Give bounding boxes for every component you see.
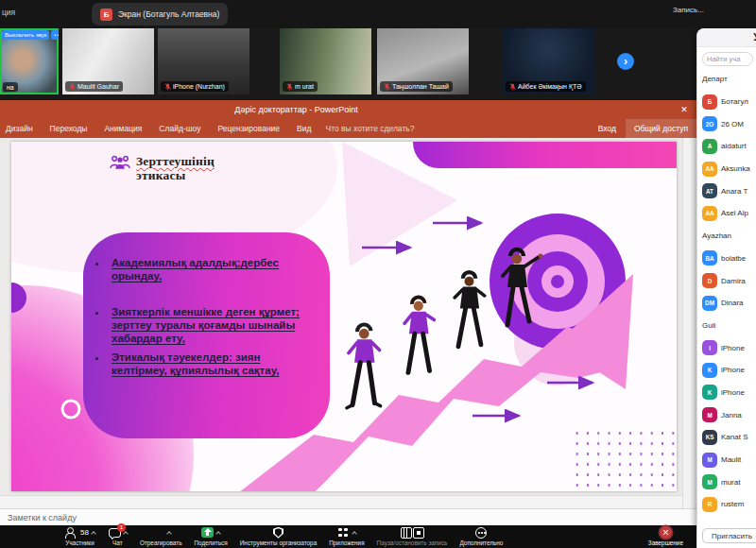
participant-row[interactable]: M Janna bbox=[697, 403, 756, 426]
video-tile[interactable]: Выключить звук ••• на bbox=[0, 28, 59, 94]
chevron-up-icon[interactable] bbox=[91, 531, 96, 537]
toolbar-button[interactable]: Поделиться bbox=[194, 527, 227, 547]
chevron-up-icon[interactable] bbox=[166, 531, 172, 537]
toolbar-icon bbox=[401, 527, 423, 539]
avatar: AT bbox=[702, 183, 717, 198]
participant-row[interactable]: Б Ботагул bbox=[697, 91, 756, 113]
video-tile[interactable]: Выключить звук ••• Maulit Gauhar bbox=[62, 28, 154, 94]
toolbar-icon bbox=[201, 527, 214, 538]
toolbar-icon bbox=[64, 527, 77, 539]
vertical-scrollbar[interactable] bbox=[682, 138, 696, 508]
chevron-up-icon[interactable] bbox=[123, 531, 129, 537]
video-tile[interactable]: Выключить звук ••• Таңшолпан Ташай bbox=[377, 28, 469, 94]
participant-row[interactable]: K iPhone bbox=[697, 382, 756, 404]
ribbon-options-icon[interactable] bbox=[598, 100, 623, 119]
participant-row[interactable]: M Maulit bbox=[697, 449, 756, 471]
toolbar-button[interactable]: Отреагировать bbox=[140, 527, 182, 547]
mute-toggle-button[interactable]: Выключить звук bbox=[2, 30, 49, 40]
menu-fragment: ция bbox=[2, 8, 15, 17]
ppt-window-title: Дәріс доктораттар - PowerPoint bbox=[0, 105, 593, 114]
tile-more-button[interactable]: ••• bbox=[51, 30, 59, 40]
restore-icon[interactable] bbox=[647, 100, 672, 119]
ribbon-tab[interactable]: Анимация bbox=[95, 119, 150, 138]
participant-list-name: Anara T bbox=[721, 187, 747, 196]
tell-me-box[interactable]: Что вы хотите сделать? bbox=[325, 124, 414, 133]
participant-row[interactable]: AA Aksunka bbox=[697, 158, 756, 180]
participant-name-tag: Maulit Gauhar bbox=[65, 81, 123, 92]
sign-in-button[interactable]: Вход bbox=[589, 124, 626, 133]
ribbon-tab[interactable]: Переходы bbox=[42, 119, 96, 138]
mic-muted-icon bbox=[384, 83, 390, 91]
video-tile[interactable]: Выключить звук ••• iPhone (Nurzhan) bbox=[158, 28, 249, 94]
participant-row[interactable]: 2О 26 ОМ bbox=[697, 112, 756, 135]
participant-list-name: Ayazhan bbox=[702, 231, 731, 240]
toolbar-label: Дополнительно bbox=[459, 539, 503, 546]
minimize-icon[interactable] bbox=[623, 100, 647, 119]
participant-row[interactable]: M murat bbox=[697, 471, 756, 493]
horizontal-scrollbar[interactable] bbox=[0, 495, 682, 508]
next-videos-button[interactable]: › bbox=[617, 53, 634, 70]
invite-button[interactable]: Пригласить bbox=[702, 528, 756, 543]
video-tile[interactable]: Выключить звук ••• Айбек Әкімақын ҚТӘ bbox=[503, 28, 594, 94]
video-tile[interactable]: Выключить звук ••• m urat bbox=[280, 28, 371, 94]
participant-search-box[interactable] bbox=[702, 52, 753, 66]
avatar: M bbox=[702, 407, 717, 422]
participant-list-name: Kanat S bbox=[721, 433, 747, 441]
participant-row[interactable]: D Damira bbox=[697, 269, 756, 292]
participant-row[interactable]: AT Anara T bbox=[697, 180, 756, 202]
avatar: A bbox=[702, 139, 717, 154]
toolbar-button[interactable]: 58 Участники bbox=[64, 527, 95, 547]
tile-controls: Выключить звук ••• bbox=[2, 30, 57, 40]
toolbar-button[interactable]: 1 Чат bbox=[108, 527, 128, 547]
avatar: K bbox=[702, 363, 717, 378]
participant-row[interactable]: Ayazhan bbox=[697, 225, 756, 248]
participant-row[interactable]: AA Asel Alp bbox=[697, 202, 756, 225]
participant-row[interactable]: K iPhone bbox=[697, 359, 756, 382]
ribbon-tab[interactable]: Дизайн bbox=[0, 119, 42, 138]
toolbar-button[interactable]: Завершение bbox=[648, 527, 683, 547]
chevron-up-icon[interactable] bbox=[215, 531, 221, 537]
participant-row[interactable]: I iPhone bbox=[697, 336, 756, 359]
participant-row[interactable]: A aidaturt bbox=[697, 135, 756, 158]
slide-bullet-box[interactable]: Академиялық адалдық;дербес орындау,Зиятк… bbox=[83, 232, 330, 438]
participant-name: Таңшолпан Ташай bbox=[392, 83, 449, 90]
close-icon[interactable]: ✕ bbox=[672, 100, 696, 119]
toolbar-button[interactable]: Приложения bbox=[329, 527, 364, 547]
toolbar-label: Завершение bbox=[648, 539, 683, 546]
slide-notes-bar[interactable]: Заметки к слайду bbox=[0, 508, 696, 525]
participant-row[interactable]: R rustem bbox=[697, 493, 756, 516]
participant-list-name: iPhone bbox=[721, 344, 745, 352]
toolbar-icon bbox=[273, 527, 284, 539]
tell-me-label: Что вы хотите сделать? bbox=[325, 124, 414, 133]
chevron-up-icon[interactable] bbox=[352, 531, 358, 537]
presenter-initial-icon: Б bbox=[100, 9, 112, 21]
avatar: DM bbox=[702, 296, 717, 311]
mic-muted-icon bbox=[509, 83, 516, 91]
participant-row[interactable]: Департ bbox=[697, 68, 756, 91]
avatar: Б bbox=[702, 94, 717, 110]
participant-count: 58 bbox=[80, 528, 89, 537]
slide-title-block[interactable]: Зерттеушінің этикасы bbox=[110, 154, 215, 182]
toolbar-label: Поделиться bbox=[194, 539, 227, 546]
participant-row[interactable]: Guli bbox=[697, 315, 756, 337]
share-button[interactable]: Общий доступ bbox=[626, 119, 696, 138]
participant-list-name: Aksunka bbox=[721, 164, 750, 173]
toolbar-button[interactable]: Инструменты организатора bbox=[240, 527, 317, 547]
ribbon-tab[interactable]: Вид bbox=[288, 119, 319, 138]
participant-name: m urat bbox=[295, 83, 314, 90]
participant-row[interactable]: KS Kanat S bbox=[697, 426, 756, 449]
participant-row[interactable]: DM Dinara bbox=[697, 292, 756, 315]
screen-share-tab[interactable]: Б Экран (Ботагуль Алтаевна) bbox=[92, 3, 228, 26]
slide-canvas[interactable]: Зерттеушінің этикасы Академиялық адалдық… bbox=[11, 142, 677, 491]
toolbar-button[interactable]: Пауза/остановить запись bbox=[377, 527, 448, 547]
ribbon-tab[interactable]: Рецензирование bbox=[209, 119, 288, 138]
participant-row[interactable]: BA bolatbe bbox=[697, 248, 756, 270]
participant-list: Департ Б Ботагул 2О 26 ОМ A aidaturt AA … bbox=[697, 68, 756, 525]
ribbon-tab[interactable]: Слайд-шоу bbox=[150, 119, 209, 138]
toolbar-button[interactable]: Дополнительно bbox=[459, 527, 503, 547]
search-input[interactable] bbox=[707, 55, 745, 63]
participant-name: на bbox=[7, 84, 14, 91]
avatar: R bbox=[702, 497, 717, 512]
participant-list-name: Департ bbox=[702, 75, 728, 83]
zoom-meeting-window: ция Б Экран (Ботагуль Алтаевна) Запись..… bbox=[0, 0, 756, 548]
